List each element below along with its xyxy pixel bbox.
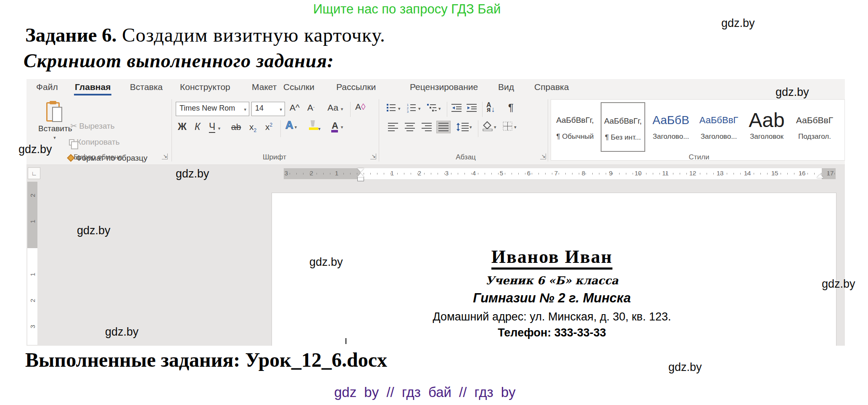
style-card-0[interactable]: АаБбВвГг,¶ Обычный [553, 102, 597, 152]
clear-formatting-button[interactable]: А◊ [355, 102, 365, 112]
ribbon-tab-главная[interactable]: Главная [75, 82, 111, 92]
style-card-2[interactable]: АаБбВЗаголово... [649, 102, 693, 152]
ribbon-tab-рецензирование[interactable]: Рецензирование [410, 82, 478, 92]
numbering-button[interactable]: 123 [406, 103, 417, 113]
ruler-number: 13 [716, 169, 724, 177]
ruler-number: 14 [743, 169, 752, 177]
align-right-button[interactable] [420, 121, 433, 133]
line-spacing-button[interactable] [455, 121, 470, 133]
word-screenshot: ФайлГлавнаяВставкаКонструкторМакетСсылки… [26, 79, 845, 346]
copy-button[interactable]: Копировать [69, 138, 120, 147]
paste-button[interactable]: Вставить ▾ [38, 101, 71, 147]
ribbon-tab-вид[interactable]: Вид [498, 82, 514, 92]
show-marks-button[interactable]: ¶ [508, 102, 514, 114]
bullet-list-icon [386, 103, 397, 113]
completed-tasks-title: Выполненные задания: Урок_12_6.docx [25, 348, 387, 371]
paragraph-dialog-launcher[interactable]: ↘ [540, 154, 546, 159]
paste-label: Вставить [38, 124, 71, 133]
styles-group-label: Стили [657, 153, 741, 161]
ruler-number: 11 [661, 169, 670, 177]
align-center-button[interactable] [403, 121, 417, 133]
change-case-button[interactable]: Аа ▾ [327, 103, 343, 113]
ruler-number: 5 [497, 169, 506, 177]
ruler-number: 3 [443, 169, 451, 177]
ruler-number: 2 [307, 169, 316, 177]
bullets-dropdown[interactable]: ▾ [398, 106, 401, 111]
borders-button[interactable] [502, 121, 513, 131]
vruler-number: 2 [29, 192, 36, 199]
style-card-1[interactable]: АаБбВвГг,¶ Без инт... [601, 102, 645, 152]
copy-icon [69, 139, 74, 146]
style-label: ¶ Без инт... [602, 133, 644, 142]
increase-indent-button[interactable] [466, 103, 477, 113]
decrease-indent-button[interactable] [451, 103, 462, 113]
align-right-icon [421, 122, 432, 132]
numbered-list-icon: 123 [406, 103, 417, 113]
multilevel-dropdown[interactable]: ▾ [438, 106, 441, 111]
ruler-number: 4 [470, 169, 478, 177]
numbering-dropdown[interactable]: ▾ [418, 106, 421, 111]
style-card-3[interactable]: АаБбВвГЗаголово... [697, 102, 741, 152]
hanging-indent-marker[interactable] [357, 173, 364, 181]
vruler-number: 3 [29, 323, 36, 331]
style-label: Заголово... [649, 132, 693, 141]
shading-button[interactable] [482, 121, 493, 131]
bold-button[interactable]: Ж [178, 121, 187, 132]
task-text: Создадим визитную карточку. [117, 24, 385, 46]
gdzby-watermark: gdz.by [668, 361, 702, 374]
font-size-combo[interactable]: 14 ▾ [251, 102, 285, 116]
ruler-number: 12 [689, 169, 697, 177]
ruler-number: 1 [332, 169, 341, 177]
italic-button[interactable]: К [195, 121, 201, 132]
clipboard-group-label: Буфер обмена [56, 153, 140, 161]
scissors-icon: ✂ [70, 122, 77, 130]
multilevel-list-icon [427, 103, 438, 113]
ribbon-tab-рассылки[interactable]: Рассылки [336, 82, 376, 92]
font-name-combo[interactable]: Times New Rom ▾ [176, 102, 249, 116]
style-card-5[interactable]: АаБбВвГПодзагол. [792, 102, 837, 152]
style-preview: АаБбВвГг, [553, 108, 597, 132]
justify-button[interactable] [437, 121, 450, 133]
ribbon-tab-ссылки[interactable]: Ссылки [283, 82, 314, 92]
vruler-number: 1 [29, 218, 36, 225]
line-spacing-dropdown[interactable]: ▾ [470, 124, 472, 130]
task-title: Задание 6. Создадим визитную карточку. [25, 24, 385, 46]
shrink-font-button[interactable]: Аˇ [307, 103, 315, 113]
multilevel-list-button[interactable] [427, 103, 438, 113]
shading-dropdown[interactable]: ▾ [494, 124, 496, 130]
right-indent-marker[interactable] [817, 174, 823, 178]
card-student-line: Ученик 6 «Б» класса [384, 274, 720, 287]
svg-text:1: 1 [407, 103, 409, 106]
ribbon-tab-макет[interactable]: Макет [252, 82, 277, 92]
gdzby-watermark: gdz.by [309, 256, 343, 269]
grow-font-button[interactable]: А^ [290, 103, 300, 113]
sort-button[interactable]: Ая↓ [486, 103, 495, 114]
vertical-ruler: 21123 [27, 182, 37, 345]
ribbon-tab-файл[interactable]: Файл [36, 82, 58, 92]
ruler-number: 15 [770, 169, 779, 177]
underline-button[interactable]: Ч ▾ [209, 121, 220, 132]
subscript-button[interactable]: x2 [249, 122, 256, 133]
borders-dropdown[interactable]: ▾ [514, 124, 517, 130]
font-dialog-launcher[interactable]: ↘ [370, 154, 376, 159]
ribbon-tab-конструктор[interactable]: Конструктор [180, 82, 230, 92]
style-card-4[interactable]: АabЗаголовок [744, 102, 789, 152]
superscript-button[interactable]: x2 [265, 122, 272, 132]
gdzby-watermark: gdz.by [176, 167, 209, 180]
style-label: Заголовок [744, 132, 789, 141]
text-effects-button[interactable]: А ▾ [285, 119, 297, 132]
align-left-button[interactable] [386, 121, 400, 133]
ribbon-tab-вставка[interactable]: Вставка [130, 82, 163, 92]
line-spacing-icon [456, 122, 469, 132]
bullets-button[interactable] [386, 103, 397, 113]
tab-selector[interactable]: ∟ [28, 167, 40, 179]
cut-button[interactable]: ✂ Вырезать [70, 121, 115, 131]
ribbon-tab-справка[interactable]: Справка [534, 82, 569, 92]
style-preview: АаБбВ [649, 108, 693, 132]
first-line-indent-marker[interactable] [357, 168, 364, 172]
strikethrough-button[interactable]: ab [231, 122, 241, 132]
highlight-color-button[interactable]: ▾ [309, 120, 321, 132]
font-size-value: 14 [255, 104, 264, 112]
font-color-button[interactable]: А ▾ [332, 120, 343, 131]
clipboard-dialog-launcher[interactable]: ↘ [162, 154, 168, 159]
